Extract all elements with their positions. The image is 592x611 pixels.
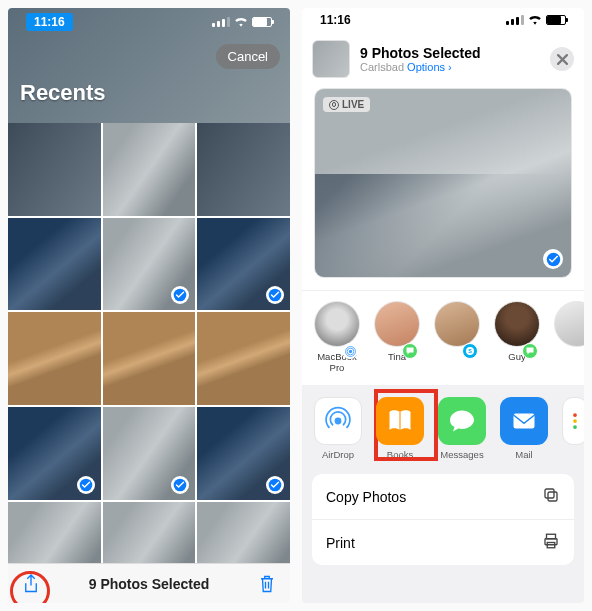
svg-point-14	[573, 419, 577, 423]
photo-thumb[interactable]	[197, 218, 290, 311]
app-label: Mail	[500, 449, 548, 460]
status-bar: 11:16	[8, 10, 290, 34]
share-title: 9 Photos Selected	[360, 45, 540, 61]
close-button[interactable]	[550, 47, 574, 71]
photo-thumb[interactable]	[197, 123, 290, 216]
checkmark-icon	[171, 476, 189, 494]
photo-thumb[interactable]	[8, 218, 101, 311]
live-badge: LIVE	[323, 97, 370, 112]
svg-point-13	[573, 413, 577, 417]
svg-point-11	[335, 418, 342, 425]
share-contact[interactable]: Guy	[494, 301, 540, 373]
checkmark-icon	[77, 476, 95, 494]
photo-thumb[interactable]	[103, 312, 196, 405]
avatar	[554, 301, 584, 347]
more-icon	[562, 397, 584, 445]
trash-icon[interactable]	[258, 574, 276, 594]
mail-icon	[500, 397, 548, 445]
photo-thumb[interactable]	[103, 407, 196, 500]
checkmark-icon	[266, 286, 284, 304]
preview-area: LIVE	[302, 88, 584, 290]
share-subtitle: Carlsbad Options ›	[360, 61, 540, 73]
cancel-button[interactable]: Cancel	[216, 44, 280, 69]
photo-thumb[interactable]	[103, 218, 196, 311]
status-bar: 11:16	[302, 8, 584, 32]
share-icon[interactable]	[22, 573, 40, 595]
sms-badge-icon	[522, 343, 538, 359]
svg-rect-16	[548, 492, 557, 501]
selection-count-label: 9 Photos Selected	[89, 576, 210, 592]
action-label: Print	[326, 535, 355, 551]
cellular-icon	[506, 15, 524, 25]
action-label: Copy Photos	[326, 489, 406, 505]
battery-icon	[546, 15, 566, 25]
photo-thumb[interactable]	[8, 123, 101, 216]
books-icon	[376, 397, 424, 445]
header-text: 9 Photos Selected Carlsbad Options ›	[360, 45, 540, 73]
share-app-messages[interactable]: Messages	[438, 397, 486, 460]
share-app-more[interactable]	[562, 397, 584, 449]
share-app-airdrop[interactable]: AirDrop	[314, 397, 362, 460]
airdrop-badge-icon	[342, 343, 358, 359]
sms-badge-icon	[402, 343, 418, 359]
battery-icon	[252, 17, 272, 27]
photo-thumb[interactable]	[103, 502, 196, 563]
share-contact[interactable]: S	[434, 301, 480, 373]
wifi-icon	[234, 17, 248, 27]
skype-badge-icon: S	[462, 343, 478, 359]
photo-thumb[interactable]	[197, 407, 290, 500]
airdrop-contacts-row[interactable]: MacBook ProTinaSGuy	[302, 290, 584, 385]
selection-toolbar: 9 Photos Selected	[8, 563, 290, 603]
photo-thumb[interactable]	[197, 502, 290, 563]
app-label: Books	[376, 449, 424, 460]
svg-point-6	[348, 349, 351, 352]
avatar	[314, 301, 360, 347]
print-icon	[542, 532, 560, 553]
share-contact[interactable]	[554, 301, 584, 373]
live-icon	[329, 100, 339, 110]
svg-rect-12	[514, 414, 535, 429]
status-time: 11:16	[320, 13, 351, 27]
share-sheet-header: 9 Photos Selected Carlsbad Options ›	[302, 32, 584, 88]
share-app-books[interactable]: Books	[376, 397, 424, 460]
live-label: LIVE	[342, 99, 364, 110]
avatar	[374, 301, 420, 347]
status-icons	[212, 17, 272, 27]
status-icons	[506, 15, 566, 25]
photo-grid	[8, 123, 290, 563]
close-icon	[557, 54, 568, 65]
album-title: Recents	[20, 80, 106, 106]
preview-photo[interactable]: LIVE	[314, 88, 572, 278]
cellular-icon	[212, 17, 230, 27]
photo-thumb[interactable]	[8, 312, 101, 405]
svg-rect-17	[545, 489, 554, 498]
action-print[interactable]: Print	[312, 520, 574, 565]
share-contact[interactable]: Tina	[374, 301, 420, 373]
app-label: AirDrop	[314, 449, 362, 460]
avatar	[494, 301, 540, 347]
wifi-icon	[528, 15, 542, 25]
header-thumbnail	[312, 40, 350, 78]
airdrop-icon	[314, 397, 362, 445]
share-actions-list: Copy PhotosPrint	[312, 474, 574, 565]
photo-grid-scroll[interactable]	[8, 123, 290, 563]
options-link[interactable]: Options ›	[407, 61, 452, 73]
photos-select-screen: 11:16 Cancel Recents 9 Photos Selected	[8, 8, 290, 603]
avatar	[434, 301, 480, 347]
status-time: 11:16	[26, 13, 73, 31]
checkmark-icon	[171, 286, 189, 304]
photo-thumb[interactable]	[8, 502, 101, 563]
app-label: Messages	[438, 449, 486, 460]
messages-icon	[438, 397, 486, 445]
checkmark-icon	[266, 476, 284, 494]
photo-thumb[interactable]	[8, 407, 101, 500]
share-app-mail[interactable]: Mail	[500, 397, 548, 460]
action-copy[interactable]: Copy Photos	[312, 474, 574, 520]
share-contact[interactable]: MacBook Pro	[314, 301, 360, 373]
photo-thumb[interactable]	[197, 312, 290, 405]
location-label: Carlsbad	[360, 61, 404, 73]
share-apps-row[interactable]: AirDropBooksMessagesMail	[302, 385, 584, 474]
svg-point-15	[573, 425, 577, 429]
photo-thumb[interactable]	[103, 123, 196, 216]
copy-icon	[542, 486, 560, 507]
